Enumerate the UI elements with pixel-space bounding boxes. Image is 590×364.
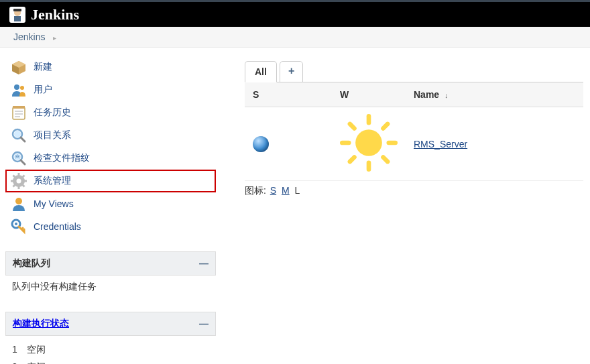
fingerprint-search-icon bbox=[11, 150, 27, 166]
sidebar: 新建 用户 任务历史 项目关系 检查文件指纹 系统管理 My V bbox=[0, 48, 221, 364]
svg-rect-3 bbox=[13, 9, 21, 11]
sidebar-item-label: 检查文件指纹 bbox=[34, 152, 90, 164]
job-status-cell bbox=[245, 107, 332, 181]
header-title: Jenkins bbox=[31, 6, 79, 23]
svg-line-16 bbox=[21, 160, 25, 164]
svg-rect-19 bbox=[18, 173, 20, 176]
job-weather-cell bbox=[332, 107, 406, 181]
sidebar-item-label: 项目关系 bbox=[34, 129, 71, 141]
executor-number: 1 bbox=[12, 344, 24, 355]
executor-number: 2 bbox=[12, 361, 24, 364]
people-icon bbox=[11, 82, 27, 98]
view-tabs: All + bbox=[245, 61, 583, 82]
header: Jenkins bbox=[0, 0, 590, 27]
executor-status-pane: 构建执行状态 — 1 空闲 2 空闲 bbox=[5, 312, 216, 364]
icon-size-s[interactable]: S bbox=[270, 185, 276, 196]
sidebar-item-label: 任务历史 bbox=[34, 107, 71, 119]
tab-add-view[interactable]: + bbox=[280, 61, 303, 82]
svg-rect-20 bbox=[18, 186, 20, 189]
main-panel: All + S W Name ↓ RMS_Server bbox=[221, 48, 590, 364]
sidebar-item-myviews[interactable]: My Views bbox=[5, 192, 216, 215]
icon-size-m[interactable]: M bbox=[282, 185, 290, 196]
notepad-icon bbox=[11, 105, 27, 121]
executor-status-body: 1 空闲 2 空闲 bbox=[5, 336, 216, 364]
svg-rect-2 bbox=[14, 16, 21, 21]
svg-point-12 bbox=[14, 131, 21, 137]
svg-line-13 bbox=[21, 137, 25, 141]
svg-point-5 bbox=[20, 86, 24, 90]
executor-status-header: 构建执行状态 — bbox=[5, 312, 216, 336]
sidebar-item-credentials[interactable]: Credentials bbox=[5, 215, 216, 238]
icon-size-l: L bbox=[295, 185, 300, 196]
svg-line-38 bbox=[384, 124, 388, 129]
svg-point-29 bbox=[15, 223, 17, 225]
sidebar-item-history[interactable]: 任务历史 bbox=[5, 101, 216, 124]
key-icon bbox=[11, 219, 27, 235]
build-queue-title: 构建队列 bbox=[13, 257, 50, 269]
build-queue-empty-text: 队列中没有构建任务 bbox=[12, 281, 97, 292]
build-queue-pane: 构建队列 — 队列中没有构建任务 bbox=[5, 251, 216, 298]
svg-point-18 bbox=[17, 179, 21, 184]
person-icon bbox=[11, 196, 27, 212]
svg-rect-22 bbox=[23, 180, 27, 182]
column-status[interactable]: S bbox=[245, 82, 332, 107]
sidebar-item-new[interactable]: 新建 bbox=[5, 56, 216, 78]
breadcrumb-separator-icon: ▸ bbox=[53, 34, 56, 42]
executor-row: 1 空闲 bbox=[12, 341, 209, 359]
icon-size-legend: 图标: S M L bbox=[245, 185, 583, 197]
icon-legend-label: 图标: bbox=[245, 185, 266, 196]
build-queue-body: 队列中没有构建任务 bbox=[5, 276, 216, 298]
executor-status-title[interactable]: 构建执行状态 bbox=[13, 318, 69, 330]
gear-icon bbox=[11, 173, 27, 189]
sidebar-item-relations[interactable]: 项目关系 bbox=[5, 124, 216, 147]
sidebar-item-label: My Views bbox=[34, 198, 74, 209]
svg-rect-7 bbox=[13, 106, 25, 109]
sort-down-icon: ↓ bbox=[445, 91, 449, 99]
svg-point-4 bbox=[14, 84, 19, 90]
sidebar-item-users[interactable]: 用户 bbox=[5, 78, 216, 101]
svg-line-36 bbox=[384, 158, 388, 162]
sun-icon bbox=[340, 163, 398, 174]
search-icon bbox=[11, 127, 27, 143]
sidebar-item-label: Credentials bbox=[34, 221, 81, 232]
svg-point-15 bbox=[14, 154, 21, 160]
svg-line-37 bbox=[350, 158, 355, 162]
executor-state: 空闲 bbox=[27, 361, 46, 364]
tab-all[interactable]: All bbox=[245, 61, 277, 82]
column-weather[interactable]: W bbox=[332, 82, 406, 107]
status-blue-icon bbox=[253, 136, 269, 152]
breadcrumb-item[interactable]: Jenkins bbox=[13, 32, 45, 42]
jobs-table: S W Name ↓ RMS_Server bbox=[245, 82, 583, 181]
column-name[interactable]: Name ↓ bbox=[406, 82, 583, 107]
executor-state: 空闲 bbox=[27, 344, 46, 355]
jenkins-logo-icon bbox=[8, 5, 27, 24]
job-name-link[interactable]: RMS_Server bbox=[414, 139, 467, 149]
svg-point-27 bbox=[15, 198, 22, 204]
job-row: RMS_Server bbox=[245, 107, 583, 181]
build-queue-header: 构建队列 — bbox=[5, 251, 216, 276]
svg-rect-21 bbox=[11, 180, 14, 182]
sidebar-item-label: 新建 bbox=[34, 61, 52, 73]
executor-row: 2 空闲 bbox=[12, 359, 209, 364]
sidebar-item-manage[interactable]: 系统管理 bbox=[5, 170, 216, 192]
collapse-icon[interactable]: — bbox=[199, 258, 209, 269]
sidebar-item-label: 用户 bbox=[34, 84, 52, 96]
svg-point-30 bbox=[355, 129, 382, 156]
package-icon bbox=[11, 59, 27, 75]
breadcrumb: Jenkins ▸ bbox=[0, 27, 590, 48]
collapse-icon[interactable]: — bbox=[199, 318, 209, 329]
svg-rect-6 bbox=[13, 107, 25, 119]
sidebar-item-label: 系统管理 bbox=[34, 175, 71, 187]
sidebar-item-fingerprint[interactable]: 检查文件指纹 bbox=[5, 147, 216, 170]
svg-line-35 bbox=[350, 124, 355, 129]
job-name-cell: RMS_Server bbox=[406, 107, 583, 181]
